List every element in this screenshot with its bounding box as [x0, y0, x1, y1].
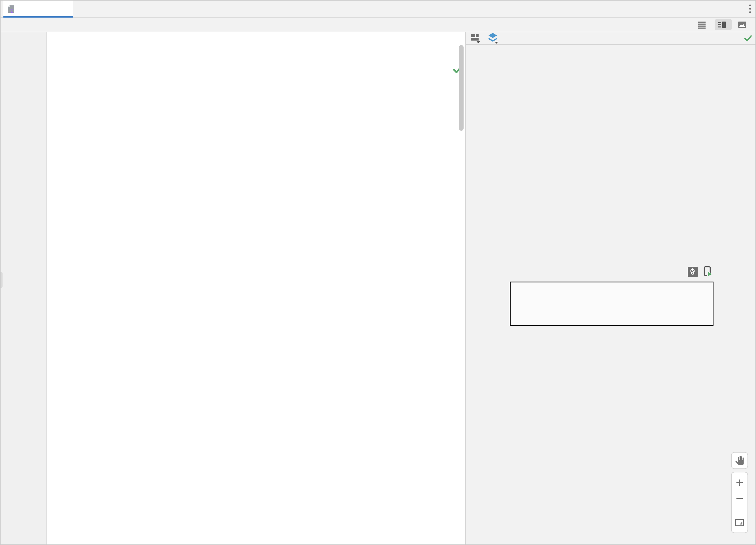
pan-tool-button[interactable] — [731, 452, 748, 469]
design-view-icon — [738, 21, 746, 29]
kotlin-file-icon — [7, 5, 15, 13]
split-view-icon — [718, 20, 726, 29]
status-check-icon — [744, 35, 752, 42]
android-studio-window — [0, 0, 756, 545]
run-preview-on-device-icon[interactable] — [702, 266, 713, 278]
view-mode-design[interactable] — [735, 19, 752, 30]
code-editor[interactable] — [1, 32, 465, 545]
view-mode-split[interactable] — [715, 19, 732, 30]
preview-canvas[interactable] — [510, 282, 713, 326]
layers-icon[interactable] — [487, 32, 499, 44]
build-status — [741, 35, 752, 42]
zoom-to-fit-button[interactable] — [732, 519, 747, 526]
editor-scrollbar[interactable] — [459, 45, 464, 131]
zoom-controls — [731, 472, 748, 533]
zoom-out-button[interactable] — [732, 495, 747, 503]
kebab-menu-icon[interactable] — [749, 5, 751, 13]
tab-mainactivity[interactable] — [3, 1, 73, 18]
editor-tab-bar — [1, 1, 755, 18]
view-mode-code[interactable] — [695, 19, 712, 30]
view-mode-bar — [1, 18, 755, 32]
code-view-icon — [698, 20, 706, 29]
compose-preview-panel — [465, 32, 756, 545]
interactive-preview-icon[interactable] — [687, 266, 698, 277]
preview-actions — [687, 266, 713, 278]
zoom-in-button[interactable] — [732, 479, 747, 487]
grid-view-icon[interactable] — [470, 33, 482, 44]
editor-gutter — [1, 32, 47, 545]
tool-window-handle[interactable] — [1, 271, 3, 288]
hand-pan-icon — [735, 456, 744, 465]
preview-toolbar — [466, 32, 756, 45]
